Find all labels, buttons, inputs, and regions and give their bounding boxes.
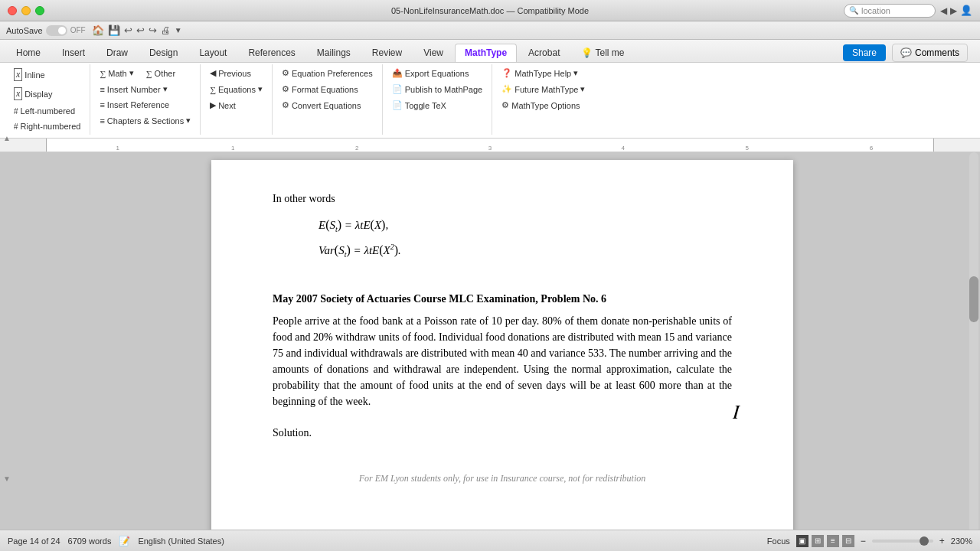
tab-design[interactable]: Design <box>139 44 188 62</box>
tab-mailings[interactable]: Mailings <box>307 44 361 62</box>
autosave-toggle[interactable] <box>46 25 67 36</box>
page-info: Page 14 of 24 <box>8 536 60 546</box>
tab-references[interactable]: References <box>238 44 305 62</box>
undo2-icon[interactable]: ↩ <box>136 24 145 36</box>
spell-check-icon[interactable]: 📝 <box>119 536 130 546</box>
tab-home[interactable]: Home <box>6 44 51 62</box>
zoom-slider[interactable] <box>872 540 933 543</box>
nav-back-icon[interactable]: ◀ <box>940 5 947 16</box>
tab-tell-me[interactable]: 💡 Tell me <box>571 44 634 62</box>
focus-label[interactable]: Focus <box>767 536 790 546</box>
left-numbered-button[interactable]: # Left-numbered <box>9 104 80 118</box>
lightbulb-icon: 💡 <box>581 47 593 58</box>
redo-icon[interactable]: ↪ <box>149 24 157 36</box>
tab-insert[interactable]: Insert <box>52 44 95 62</box>
tab-mathtype[interactable]: MathType <box>455 44 517 62</box>
tab-review[interactable]: Review <box>362 44 412 62</box>
export-row3: 📄 Toggle TeX <box>387 98 488 112</box>
equations-icon: ∑ <box>210 85 216 94</box>
mathtype-help-button[interactable]: ❓ MathType Help ▾ <box>497 66 583 80</box>
minimize-button[interactable] <box>21 6 31 15</box>
help-row3: ⚙ MathType Options <box>497 98 590 112</box>
print-view-icon[interactable]: ▣ <box>796 535 808 547</box>
convert-equations-button[interactable]: ⚙ Convert Equations <box>277 98 366 112</box>
ruler: 1 1 2 3 4 5 6 <box>0 139 980 152</box>
home-icon[interactable]: 🏠 <box>92 24 104 36</box>
export-equations-button[interactable]: 📤 Export Equations <box>387 66 474 80</box>
title-bar-right: 🔍 location ◀ ▶ 👤 <box>844 4 972 18</box>
export-row2: 📄 Publish to MathPage <box>387 82 488 96</box>
publish-mathpage-button[interactable]: 📄 Publish to MathPage <box>387 82 488 96</box>
tex-icon: 📄 <box>392 100 403 110</box>
person-icon[interactable]: 👤 <box>960 5 972 16</box>
close-button[interactable] <box>8 6 17 15</box>
inline-button[interactable]: x Inline <box>9 66 50 83</box>
share-button[interactable]: Share <box>843 44 886 61</box>
ruler-content: 1 1 2 3 4 5 6 <box>0 139 980 152</box>
zoom-out-icon[interactable]: − <box>861 536 866 546</box>
nav-forward-icon[interactable]: ▶ <box>950 5 957 16</box>
text-cursor-indicator: 𝐼 <box>733 397 740 427</box>
save-icon[interactable]: 💾 <box>108 24 120 36</box>
style-group: x Inline x Display # Left-numbered # Rig… <box>5 64 90 135</box>
tab-layout[interactable]: Layout <box>189 44 237 62</box>
document-page[interactable]: In other words E(St) = λtE(X), Var(St) =… <box>211 160 793 551</box>
list-icon: ≡ <box>100 85 104 94</box>
undo-icon[interactable]: ↩ <box>124 24 132 36</box>
autosave-bar: AutoSave OFF 🏠 💾 ↩ ↩ ↪ 🖨 ▼ <box>0 21 980 40</box>
ribbon-right-buttons: Share 💬 Comments <box>840 44 974 62</box>
math-dropdown-button[interactable]: ∑ Math ▾ <box>95 66 138 80</box>
format-equations-button[interactable]: ⚙ Format Equations <box>277 82 363 96</box>
future-mathtype-button[interactable]: ✨ Future MathType ▾ <box>497 82 590 96</box>
tab-draw[interactable]: Draw <box>96 44 138 62</box>
other-sigma-icon: ∑ <box>146 69 152 78</box>
print-icon[interactable]: 🖨 <box>161 24 171 36</box>
equation-preferences-button[interactable]: ⚙ Equation Preferences <box>277 66 377 80</box>
document-scroll-area[interactable]: In other words E(St) = λtE(X), Var(St) =… <box>38 152 966 551</box>
ruler-mark-3: 2 <box>355 145 358 152</box>
nav-row2: ∑ Equations ▾ <box>205 82 267 96</box>
right-numbered-button[interactable]: # Right-numbered <box>9 119 85 133</box>
right-numbered-icon: # <box>14 122 18 131</box>
zoom-thumb <box>920 536 929 546</box>
insert-reference-button[interactable]: ≡ Insert Reference <box>95 98 174 112</box>
ruler-mark-5: 4 <box>621 145 624 152</box>
style-row3: # Left-numbered <box>9 104 85 118</box>
web-view-icon[interactable]: ⊞ <box>812 535 824 547</box>
insert-number-button[interactable]: ≡ Insert Number ▾ <box>95 82 172 96</box>
mathtype-options-button[interactable]: ⚙ MathType Options <box>497 98 584 112</box>
comments-button[interactable]: 💬 Comments <box>892 44 968 62</box>
zoom-level: 230% <box>951 536 972 546</box>
scrollbar-thumb[interactable] <box>969 276 978 322</box>
tab-acrobat[interactable]: Acrobat <box>518 44 570 62</box>
read-view-icon[interactable]: ≡ <box>827 535 839 547</box>
scrollbar-track[interactable] <box>969 152 978 551</box>
display-button[interactable]: x Display <box>9 85 57 103</box>
tab-view[interactable]: View <box>413 44 453 62</box>
sigma-icon: ∑ <box>100 69 106 78</box>
export-group: 📤 Export Equations 📄 Publish to MathPage… <box>383 64 493 135</box>
search-box[interactable]: 🔍 location <box>844 4 936 18</box>
outline-view-icon[interactable]: ⊟ <box>842 535 854 547</box>
equations-dropdown-button[interactable]: ∑ Equations ▾ <box>205 82 267 96</box>
dropdown-arrow-icon[interactable]: ▼ <box>175 26 182 34</box>
status-bar: Page 14 of 24 6709 words 📝 English (Unit… <box>0 530 980 551</box>
body-text[interactable]: People arrive at the food bank at a Pois… <box>273 313 732 409</box>
other-dropdown-button[interactable]: ∑ Other <box>142 67 180 80</box>
insert-number-chevron-icon: ▾ <box>163 84 168 94</box>
toggle-tex-button[interactable]: 📄 Toggle TeX <box>387 98 451 112</box>
options-icon: ⚙ <box>501 100 509 110</box>
chapters-sections-button[interactable]: ≡ Chapters & Sections ▾ <box>95 113 195 128</box>
future-icon: ✨ <box>501 84 512 94</box>
maximize-button[interactable] <box>35 6 44 15</box>
previous-button[interactable]: ◀ Previous <box>205 66 256 80</box>
zoom-in-icon[interactable]: + <box>939 536 945 546</box>
export-row1: 📤 Export Equations <box>387 66 488 80</box>
help-row1: ❓ MathType Help ▾ <box>497 66 590 80</box>
ruler-inner: 1 1 2 3 4 5 6 <box>46 139 934 152</box>
next-button[interactable]: ▶ Next <box>205 98 240 112</box>
title-bar: 05-NonLifeInsuranceMath.doc — Compatibil… <box>0 0 980 21</box>
help-group: ❓ MathType Help ▾ ✨ Future MathType ▾ ⚙ … <box>492 64 594 135</box>
quick-access-toolbar: 🏠 💾 ↩ ↩ ↪ 🖨 ▼ <box>92 24 182 36</box>
future-chevron-icon: ▾ <box>580 84 585 94</box>
